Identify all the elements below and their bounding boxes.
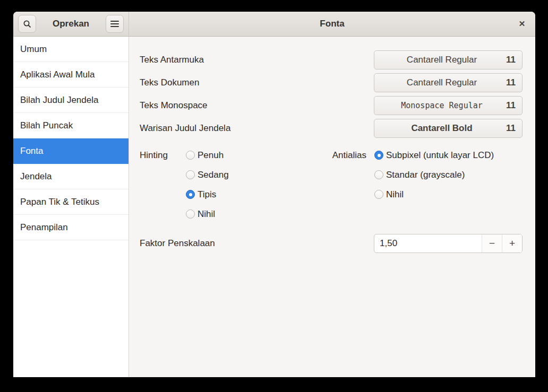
document-font-button[interactable]: Cantarell Regular 11 xyxy=(374,73,523,92)
radio-icon[interactable] xyxy=(186,170,195,179)
sidebar-item-penampilan[interactable]: Penampilan xyxy=(13,215,129,240)
content-header: Fonta ✕ xyxy=(129,12,535,36)
radio-icon[interactable] xyxy=(186,210,195,219)
app-title: Oprekan xyxy=(53,19,89,29)
sidebar-header: Oprekan xyxy=(13,12,129,36)
sidebar-item-label: Fonta xyxy=(20,146,43,156)
fonts-page: Teks Antarmuka Cantarell Regular 11 Teks… xyxy=(129,37,535,377)
interface-text-row: Teks Antarmuka Cantarell Regular 11 xyxy=(140,50,523,69)
radio-icon[interactable] xyxy=(374,170,383,179)
sidebar-item-label: Jendela xyxy=(20,171,52,182)
antialias-option-nihil[interactable]: Nihil xyxy=(374,185,494,204)
page-title: Fonta xyxy=(320,19,344,29)
sidebar-item-label: Umum xyxy=(20,44,47,55)
font-size: 11 xyxy=(506,123,516,134)
radio-icon[interactable] xyxy=(186,151,195,160)
scaling-factor-label: Faktor Penskalaan xyxy=(140,238,215,249)
interface-font-button[interactable]: Cantarell Regular 11 xyxy=(374,50,523,69)
legacy-titlebar-row: Warisan Judul Jendela Cantarell Bold 11 xyxy=(140,119,523,138)
hinting-option-nihil[interactable]: Nihil xyxy=(186,204,229,224)
plus-icon: + xyxy=(509,238,515,249)
scaling-factor-input[interactable]: 1,50 xyxy=(374,234,482,252)
radio-icon[interactable] xyxy=(374,190,383,199)
hinting-label: Hinting xyxy=(140,145,168,165)
radio-icon[interactable] xyxy=(186,190,195,199)
window-close-button[interactable]: ✕ xyxy=(514,16,530,32)
antialias-label: Antialias xyxy=(316,145,366,165)
window-body: Umum Aplikasi Awal Mula Bilah Judul Jend… xyxy=(13,37,535,377)
font-size: 11 xyxy=(506,55,516,65)
hinting-option-penuh[interactable]: Penuh xyxy=(186,145,229,165)
monospace-text-row: Teks Monospace Monospace Regular 11 xyxy=(140,96,523,115)
menu-button[interactable] xyxy=(106,15,124,33)
scaling-factor-spinbutton: 1,50 − + xyxy=(374,234,523,253)
document-text-row: Teks Dokumen Cantarell Regular 11 xyxy=(140,73,523,92)
decrease-button[interactable]: − xyxy=(482,234,502,252)
scaling-factor-row: Faktor Penskalaan 1,50 − + xyxy=(140,234,523,253)
close-icon: ✕ xyxy=(519,19,526,29)
hamburger-menu-icon xyxy=(110,21,119,27)
sidebar-item-label: Bilah Puncak xyxy=(20,120,73,131)
sidebar-item-label: Bilah Judul Jendela xyxy=(20,95,98,106)
sidebar-item-label: Papan Tik & Tetikus xyxy=(20,197,99,207)
row-label: Teks Dokumen xyxy=(140,77,199,88)
sidebar-item-label: Penampilan xyxy=(20,222,68,233)
row-label: Warisan Judul Jendela xyxy=(140,123,230,134)
font-name: Cantarell Regular xyxy=(381,77,503,88)
increase-button[interactable]: + xyxy=(502,234,522,252)
antialias-radio-group: Subpixel (untuk layar LCD) Standar (gray… xyxy=(374,145,494,204)
sidebar-item-bilah-judul-jendela[interactable]: Bilah Judul Jendela xyxy=(13,88,129,113)
font-name: Cantarell Bold xyxy=(381,123,503,134)
font-size: 11 xyxy=(506,77,516,88)
tweaks-window: Oprekan Fonta ✕ Umum xyxy=(13,12,535,377)
font-size: 11 xyxy=(506,100,516,111)
hinting-option-tipis[interactable]: Tipis xyxy=(186,185,229,204)
sidebar-item-aplikasi-awal-mula[interactable]: Aplikasi Awal Mula xyxy=(13,62,129,88)
sidebar-item-jendela[interactable]: Jendela xyxy=(13,164,129,189)
hinting-radio-group: Penuh Sedang Tipis Nihil xyxy=(186,145,229,224)
monospace-font-button[interactable]: Monospace Regular 11 xyxy=(374,96,523,115)
rendering-options: Hinting Penuh Sedang Tipis xyxy=(129,142,535,234)
sidebar: Umum Aplikasi Awal Mula Bilah Judul Jend… xyxy=(13,37,129,377)
antialias-option-subpixel[interactable]: Subpixel (untuk layar LCD) xyxy=(374,145,494,165)
radio-icon[interactable] xyxy=(374,151,383,160)
font-name: Cantarell Regular xyxy=(381,55,503,65)
sidebar-item-papan-tik-tetikus[interactable]: Papan Tik & Tetikus xyxy=(13,189,129,215)
sidebar-item-bilah-puncak[interactable]: Bilah Puncak xyxy=(13,113,129,138)
titlebar-font-button[interactable]: Cantarell Bold 11 xyxy=(374,119,523,138)
sidebar-item-label: Aplikasi Awal Mula xyxy=(20,69,95,80)
row-label: Teks Antarmuka xyxy=(140,55,204,65)
sidebar-item-fonta[interactable]: Fonta xyxy=(13,138,129,164)
minus-icon: − xyxy=(489,238,495,249)
search-button[interactable] xyxy=(18,15,36,33)
antialias-option-standar[interactable]: Standar (grayscale) xyxy=(374,165,494,185)
headerbar: Oprekan Fonta ✕ xyxy=(13,12,535,37)
search-icon xyxy=(23,20,32,29)
hinting-option-sedang[interactable]: Sedang xyxy=(186,165,229,185)
sidebar-item-umum[interactable]: Umum xyxy=(13,37,129,62)
font-name: Monospace Regular xyxy=(381,101,503,110)
row-label: Teks Monospace xyxy=(140,100,208,111)
